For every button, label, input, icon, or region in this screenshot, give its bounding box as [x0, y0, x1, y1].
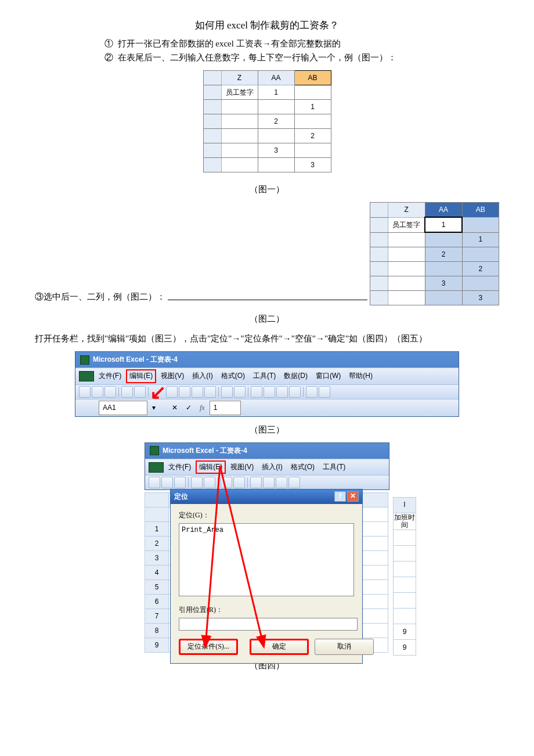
undo-icon[interactable] [221, 386, 233, 398]
goto-listbox[interactable]: Print_Area [179, 523, 354, 596]
copy-icon[interactable] [179, 386, 190, 398]
right-column: I 加班时间 9 9 [393, 497, 416, 656]
menu-help[interactable]: 帮助(H) [345, 369, 376, 383]
new-icon[interactable] [149, 477, 160, 488]
redo-icon[interactable] [234, 386, 246, 398]
step-2: ② 在表尾后一、二列输入任意数字，每上下空一行输入一个，例（图一）： [104, 51, 499, 64]
link-icon[interactable] [251, 386, 262, 398]
col-AB: AB [294, 71, 331, 85]
cut-icon[interactable] [166, 386, 178, 398]
menu-bar: 文件(F) 编辑(E) 视图(V) 插入(I) 格式(O) 工具(T) 数据(D… [75, 368, 459, 384]
step-1-num: ① [104, 39, 113, 48]
goto-label: 定位(G)： [179, 510, 354, 521]
spell-icon[interactable] [221, 477, 232, 488]
cancel-button[interactable]: 取消 [315, 639, 374, 654]
enter-icon[interactable]: ✓ [182, 401, 195, 415]
excel-window-title: Microsoft Excel - 工资表-4 [75, 352, 459, 368]
page-title: 如何用 excel 制作裁剪的工资条？ [35, 17, 499, 33]
paste-icon[interactable] [192, 386, 203, 398]
fig2-caption: （图二） [35, 312, 499, 326]
print-icon[interactable] [121, 386, 133, 398]
menu-tools[interactable]: 工具(T) [319, 460, 349, 474]
col-AA: AA [258, 71, 294, 85]
print-icon[interactable] [191, 477, 203, 488]
dialog-titlebar: 定位 ? ✕ [171, 489, 362, 504]
figure-4: Microsoft Excel - 工资表-4 文件(F) 编辑(E) 视图(V… [35, 442, 499, 653]
reference-label: 引用位置(R)： [179, 604, 354, 615]
menu-data[interactable]: 数据(D) [280, 369, 311, 383]
dropdown-icon[interactable]: ▾ [149, 401, 159, 415]
goto-dialog: 定位 ? ✕ 定位(G)： Print_Area 引用位置(R)： 定位条件(S… [170, 489, 363, 664]
formula-row: AA1 ▾ ✕ ✓ fx 1 [75, 399, 459, 416]
col-Z: Z [221, 71, 258, 85]
cut-icon[interactable] [250, 477, 262, 488]
fig1-table: Z AA AB 员工签字1 1 2 2 3 3 [203, 70, 331, 172]
open-icon[interactable] [92, 386, 103, 398]
figure-1: Z AA AB 员工签字1 1 2 2 3 3 [35, 70, 499, 177]
toolbar: ↙ [75, 384, 459, 399]
figure-2: Z AA AB 员工签字1 1 2 2 3 3 [370, 202, 499, 309]
sum-icon[interactable] [264, 386, 275, 398]
name-box[interactable]: AA1 [99, 401, 147, 415]
menu-insert[interactable]: 插入(I) [189, 369, 216, 383]
menu-file[interactable]: 文件(F) [95, 369, 125, 383]
fx-icon[interactable]: fx [196, 401, 208, 415]
save-icon[interactable] [174, 477, 186, 488]
fig3-caption: （图三） [35, 423, 499, 437]
step-2-num: ② [104, 53, 113, 62]
menu-window[interactable]: 窗口(W) [312, 369, 344, 383]
preview-icon[interactable] [204, 477, 215, 488]
step-1: ① 打开一张已有全部数据的 excel 工资表→有全部完整数据的 [104, 37, 499, 51]
toolbar-4 [145, 475, 389, 489]
menu-bar-4: 文件(F) 编辑(E) 视图(V) 插入(I) 格式(O) 工具(T) [145, 459, 389, 475]
help-icon[interactable]: ? [334, 491, 346, 502]
sort-asc-icon[interactable] [276, 386, 288, 398]
ok-button[interactable]: 确定 [250, 639, 309, 654]
sort-desc-icon[interactable] [289, 386, 301, 398]
menu-format[interactable]: 格式(O) [218, 369, 248, 383]
figure-3: Microsoft Excel - 工资表-4 文件(F) 编辑(E) 视图(V… [35, 351, 499, 417]
cancel-icon[interactable]: ✕ [168, 401, 181, 415]
new-icon[interactable] [79, 386, 91, 398]
drawing-icon[interactable] [319, 386, 330, 398]
doc-icon [79, 371, 94, 381]
research-icon[interactable] [233, 477, 245, 488]
format-painter-icon[interactable] [288, 477, 300, 488]
step-3: ③选中后一、二列，例（图二）： [35, 290, 165, 309]
paragraph-3: 打开任务栏，找到"编辑"项如（图三），点击"定位"→"定位条件"→"空值"→"确… [35, 332, 499, 345]
doc-icon [149, 462, 164, 473]
close-icon[interactable]: ✕ [347, 491, 359, 502]
menu-file[interactable]: 文件(F) [165, 460, 194, 474]
step-2-text: 在表尾后一、二列输入任意数字，每上下空一行输入一个，例（图一）： [118, 53, 396, 62]
menu-tools[interactable]: 工具(T) [250, 369, 279, 383]
menu-edit[interactable]: 编辑(E) [196, 460, 226, 474]
preview-icon[interactable] [134, 386, 146, 398]
chart-icon[interactable] [306, 386, 317, 398]
excel-icon [150, 446, 159, 455]
excel-window-title-4: Microsoft Excel - 工资表-4 [145, 443, 389, 459]
excel-icon [80, 355, 89, 365]
open-icon[interactable] [161, 477, 173, 488]
step-1-text: 打开一张已有全部数据的 excel 工资表→有全部完整数据的 [118, 39, 341, 48]
menu-view[interactable]: 视图(V) [227, 460, 257, 474]
reference-input[interactable] [179, 618, 358, 631]
paste-icon[interactable] [276, 477, 287, 488]
format-painter-icon[interactable] [204, 386, 216, 398]
menu-insert[interactable]: 插入(I) [258, 460, 286, 474]
corner-cell [203, 71, 221, 85]
fig1-caption: （图一） [35, 182, 499, 196]
save-icon[interactable] [104, 386, 116, 398]
formula-bar[interactable]: 1 [210, 401, 241, 415]
special-button[interactable]: 定位条件(S)... [179, 639, 238, 654]
menu-format[interactable]: 格式(O) [287, 460, 318, 474]
fig2-table: Z AA AB 员工签字1 1 2 2 3 3 [370, 202, 499, 305]
copy-icon[interactable] [263, 477, 275, 488]
cell-z1: 员工签字 [221, 85, 258, 100]
